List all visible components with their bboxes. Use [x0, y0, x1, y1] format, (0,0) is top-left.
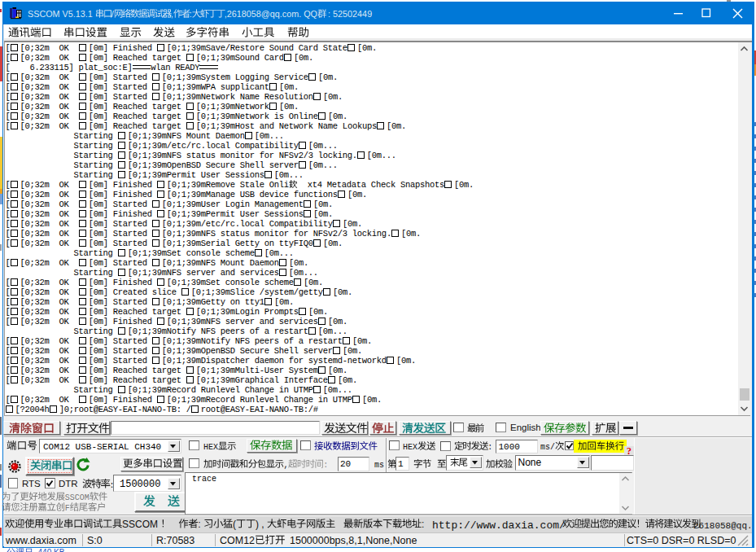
svg-text:HEX: HEX	[403, 443, 417, 452]
svg-text:F: F	[65, 503, 70, 512]
svg-text:440 KB: 440 KB	[33, 548, 65, 552]
svg-text:(: (	[233, 519, 236, 530]
svg-text:,: ,	[171, 8, 173, 18]
svg-text::: :	[323, 461, 328, 470]
svg-text::: :	[198, 519, 203, 530]
svg-text::: :	[190, 8, 192, 18]
svg-text:SSCOM: SSCOM	[65, 493, 90, 502]
svg-text::: :	[422, 519, 427, 530]
svg-text:HEX: HEX	[203, 443, 218, 452]
svg-text:SSCOM: SSCOM	[122, 519, 160, 530]
svg-text:,2618058@qq.com. QQ: ,2618058@qq.com. QQ	[225, 8, 317, 18]
svg-text:: 52502449: : 52502449	[326, 8, 372, 18]
svg-text:ms/: ms/	[540, 443, 555, 452]
svg-text:SSCOM V5.13.1: SSCOM V5.13.1	[28, 8, 95, 18]
svg-text::: :	[487, 443, 492, 452]
svg-text:) ,: ) ,	[256, 519, 267, 530]
svg-text:ms: ms	[374, 461, 384, 470]
svg-text:/: /	[111, 8, 114, 18]
